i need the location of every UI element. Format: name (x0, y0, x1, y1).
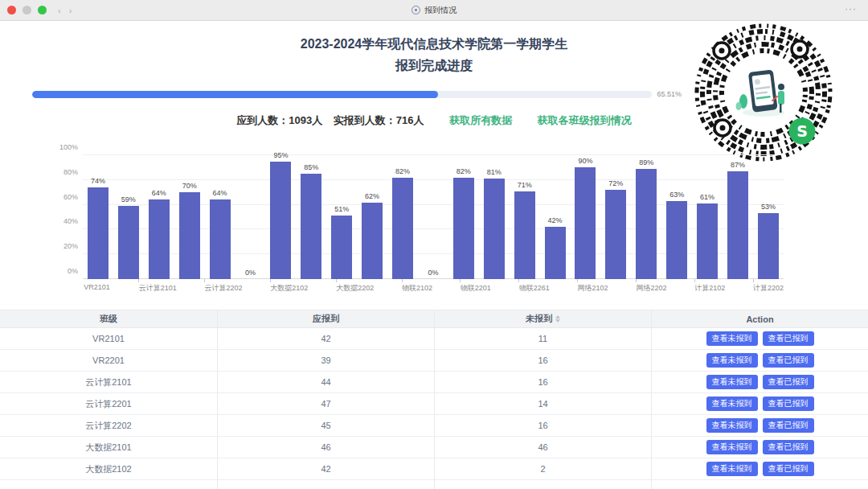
bar-value-label: 42% (540, 216, 571, 224)
table-row-partial (0, 480, 868, 489)
table-cell: 14 (434, 393, 651, 414)
header-not-reported[interactable]: 未报到 (434, 310, 651, 327)
traffic-lights (7, 6, 47, 14)
action-cell: 查看未报到查看已报到 (651, 458, 868, 479)
table-cell: 42 (217, 458, 434, 479)
chart-bar[interactable] (575, 167, 596, 279)
table-cell: 16 (434, 350, 651, 371)
view-reported-button[interactable]: 查看已报到 (763, 375, 814, 389)
svg-text:S: S (796, 122, 808, 140)
chart-bar[interactable] (118, 206, 139, 279)
close-window-button[interactable] (7, 6, 16, 14)
chart-bar[interactable] (88, 187, 108, 279)
table-cell: VR2101 (0, 328, 217, 349)
chart-bar[interactable] (301, 174, 321, 279)
x-axis-category-label (432, 283, 461, 293)
bar-slot: 87% (723, 155, 753, 279)
header-action: Action (651, 310, 868, 327)
bar-slot: 51% (326, 155, 357, 279)
maximize-window-button[interactable] (38, 6, 47, 14)
chart-bar[interactable] (514, 191, 535, 279)
bar-value-label: 89% (631, 158, 661, 166)
table-cell: 16 (434, 372, 651, 392)
chart-bar[interactable] (545, 227, 566, 279)
bar-value-label: 63% (661, 191, 692, 199)
table-cell: 46 (434, 437, 651, 458)
view-not-reported-button[interactable]: 查看未报到 (706, 331, 758, 346)
bar-slot: 89% (631, 155, 661, 279)
bar-value-label: 81% (479, 168, 510, 176)
bar-slot: 82% (387, 155, 418, 279)
bar-value-label: 64% (205, 189, 235, 197)
view-reported-button[interactable]: 查看已报到 (763, 440, 814, 454)
app-favicon-icon (411, 6, 420, 14)
action-cell: 查看未报到查看已报到 (651, 328, 868, 349)
chart-bar[interactable] (636, 169, 657, 279)
chart-bar[interactable] (210, 199, 231, 279)
x-axis-category-label: 大数据2102 (270, 283, 308, 293)
chart-bar[interactable] (331, 216, 352, 279)
x-axis-category-label: 网络2202 (636, 283, 666, 293)
chart-bar[interactable] (666, 201, 687, 279)
y-axis-tick-label: 100% (59, 143, 78, 151)
view-not-reported-button[interactable]: 查看未报到 (706, 440, 758, 454)
get-class-status-link[interactable]: 获取各班级报到情况 (538, 114, 632, 126)
bar-value-label: 0% (418, 269, 448, 277)
view-not-reported-button[interactable]: 查看未报到 (706, 353, 758, 368)
chart-bar[interactable] (605, 190, 626, 279)
x-axis-category-label (491, 283, 519, 293)
bar-slot: 62% (357, 155, 387, 279)
chart-bar[interactable] (149, 199, 170, 279)
view-reported-button[interactable]: 查看已报到 (763, 397, 814, 411)
chart-bar[interactable] (758, 213, 779, 279)
chart-bar[interactable] (392, 178, 413, 279)
view-reported-button[interactable]: 查看已报到 (763, 462, 814, 476)
x-axis-category-label: 计算2102 (694, 283, 725, 293)
view-not-reported-button[interactable]: 查看未报到 (706, 397, 758, 411)
bar-value-label: 59% (113, 195, 144, 203)
x-axis-category-label: 物联2261 (519, 283, 550, 293)
view-not-reported-button[interactable]: 查看未报到 (706, 375, 758, 389)
bar-value-label: 82% (387, 167, 418, 175)
bar-slot: 70% (174, 155, 205, 279)
report-rate-bar-chart: 0%20%40%60%80%100%74%59%64%70%64%0%95%85… (83, 155, 784, 279)
chart-bar[interactable] (484, 179, 505, 279)
back-icon[interactable]: ‹ (58, 6, 61, 15)
minimize-window-button[interactable] (23, 6, 31, 14)
x-axis-category-label: 网络2102 (578, 283, 608, 293)
bar-value-label: 51% (326, 205, 357, 213)
table-row: 云计算22014714查看未报到查看已报到 (0, 393, 868, 415)
bar-slot: 61% (692, 155, 723, 279)
bar-slot: 63% (661, 155, 692, 279)
bar-value-label: 74% (83, 177, 113, 185)
chart-bar[interactable] (697, 203, 718, 279)
chart-bar[interactable] (727, 171, 748, 279)
expected-count: 应到人数：1093人 (236, 114, 322, 126)
action-cell: 查看未报到查看已报到 (651, 415, 868, 436)
view-reported-button[interactable]: 查看已报到 (763, 353, 814, 368)
y-axis-tick-label: 20% (63, 242, 78, 250)
x-axis-category-label (666, 283, 694, 293)
action-cell: 查看未报到查看已报到 (651, 350, 868, 371)
bar-value-label: 82% (448, 167, 479, 175)
more-options-icon[interactable]: ··· (845, 3, 857, 14)
table-row: VR22013916查看未报到查看已报到 (0, 350, 868, 372)
x-axis-category-label: 大数据2202 (336, 283, 374, 293)
table-row: 大数据21014646查看未报到查看已报到 (0, 437, 868, 458)
chart-bar[interactable] (453, 178, 474, 279)
forward-icon[interactable]: › (69, 6, 72, 15)
window-titlebar: ‹ › 报到情况 ··· (0, 0, 868, 21)
view-not-reported-button[interactable]: 查看未报到 (706, 462, 758, 476)
sort-icon[interactable] (555, 315, 560, 323)
view-not-reported-button[interactable]: 查看未报到 (706, 418, 758, 433)
view-reported-button[interactable]: 查看已报到 (763, 331, 814, 346)
chart-bar[interactable] (179, 192, 200, 279)
chart-bar[interactable] (270, 162, 291, 279)
x-axis-category-label (243, 283, 271, 293)
chart-bar[interactable] (362, 203, 383, 279)
get-all-data-link[interactable]: 获取所有数据 (449, 114, 512, 126)
view-reported-button[interactable]: 查看已报到 (763, 418, 814, 433)
bar-slot: 0% (235, 155, 266, 279)
class-report-table: 班级 应报到 未报到 Action VR21014211查看未报到查看已报到VR… (0, 310, 868, 489)
bar-slot: 53% (753, 155, 784, 279)
